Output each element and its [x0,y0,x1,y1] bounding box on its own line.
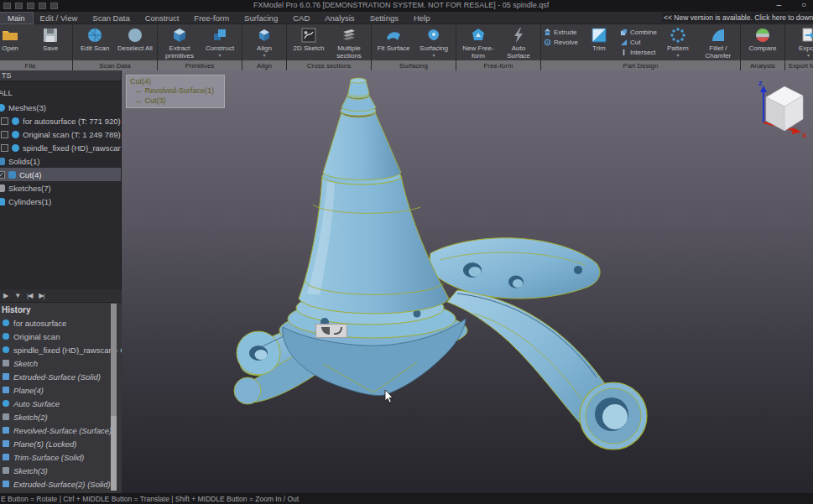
history-item[interactable]: Extruded-Surface(2) (Solid) [0,477,122,491]
history-item[interactable]: for autosurface [0,316,122,330]
history-title: History [0,303,122,316]
history-item[interactable]: Sketch [0,356,122,370]
group-label-part-design: Part Design [541,60,740,70]
chamfer-corner-option-icon[interactable] [334,327,342,335]
mesh-icon [3,333,9,340]
window-control-icon[interactable]: ○ [801,0,806,10]
quick-access-icon[interactable] [39,3,46,9]
tree-item-spindle-fixed-rawscan[interactable]: spindle_fixed (HD)_rawscan - Copy [0,141,121,154]
export-button[interactable]: Export ▾ [789,26,813,57]
extract-primitives-button[interactable]: Extract primitives [160,26,199,60]
mesh-icon [12,131,19,138]
auto-surface-icon [509,26,528,44]
minimize-button[interactable]: – [776,0,781,10]
edit-scan-button[interactable]: Edit Scan [76,26,114,53]
ribbon-toolbar: Open Save File Edit Scan Deselect All [0,24,813,70]
history-item[interactable]: Sketch(2) [0,410,122,423]
align-button[interactable]: Align ▾ [245,26,284,57]
tree-item-original-scan[interactable]: Original scan (T: 1 249 789) [0,127,121,141]
title-bar: FXModel Pro 6.0.76 [DEMONSTRATION SYSTEM… [0,0,813,12]
dropdown-caret-icon: ▾ [263,54,265,57]
trim-button[interactable]: Trim [580,26,618,53]
2d-sketch-button[interactable]: 2D Sketch [289,26,328,53]
visibility-checkbox[interactable] [1,117,8,125]
history-item[interactable]: spindle_fixed (HD)_rawscan - Copy [0,343,122,356]
construct-icon [211,26,229,44]
save-button[interactable]: Save [31,26,70,53]
tree-filter-all[interactable]: ALL [0,81,121,101]
fit-surface-icon [384,26,403,44]
deselect-all-button[interactable]: Deselect All [116,26,154,53]
tree-item-cut4[interactable]: ✓ Cut(4) [0,168,121,181]
menu-item-scan-data[interactable]: Scan Data [85,13,137,23]
history-filter-icon[interactable]: ▼ [14,292,20,299]
compare-button[interactable]: Compare [743,26,782,53]
surface-icon [3,400,9,407]
extrude-button[interactable]: Extrude [544,29,578,36]
visibility-checkbox-checked[interactable]: ✓ [0,171,5,179]
tree-item-solids[interactable]: Solids(1) [0,154,121,168]
history-item[interactable]: Extruded-Surface (Solid) [0,370,122,383]
revolve-button[interactable]: Revolve [544,39,578,46]
menu-item-settings[interactable]: Settings [362,13,406,23]
cut-button[interactable]: Cut [620,39,657,46]
save-icon [41,26,60,44]
history-scrollbar[interactable] [111,304,117,491]
surface-icon [3,427,9,434]
history-step-back-icon[interactable]: |◀ [27,292,32,299]
dropdown-caret-icon: ▾ [432,54,435,57]
history-item[interactable]: Revolved-Surface (Surface) [0,423,122,437]
multiple-sections-button[interactable]: Multiple sections [330,26,368,60]
quick-access-toolbar [0,3,58,9]
quick-access-icon[interactable] [15,3,23,9]
pattern-button[interactable]: Pattern ▾ [659,26,697,57]
history-item[interactable]: Trim-Surface (Solid) [0,450,122,464]
tree-item-cylinders[interactable]: Cylinders(1) [0,195,121,208]
construct-button[interactable]: Construct ▾ [201,26,239,57]
surfacing-button[interactable]: Surfacing ▾ [414,26,453,57]
history-item[interactable]: Plane(4) [0,383,122,397]
tree-item-for-autosurface[interactable]: for autosurface (T: 771 920) [0,114,121,127]
scrollbar-thumb[interactable] [111,304,117,416]
fillet-chamfer-button[interactable]: Fillet / Chamfer [699,26,737,60]
history-step-forward-icon[interactable]: ▶| [39,292,44,299]
round-corner-option-icon[interactable] [321,327,330,335]
fillet-chamfer-icon [709,26,727,44]
menu-item-edit-view[interactable]: Edit / View [33,13,86,23]
history-item[interactable]: Plane(5) (Locked) [0,437,122,450]
menu-item-main[interactable]: Main [0,13,33,23]
menu-item-cad[interactable]: CAD [285,13,317,23]
quick-access-icon[interactable] [3,3,11,9]
quick-access-icon[interactable] [50,3,58,9]
ribbon-group-cross-sections: 2D Sketch Multiple sections Cross sectio… [287,24,372,70]
intersect-button[interactable]: Intersect [620,49,657,56]
update-notification[interactable]: << New version is available. Click here … [662,13,813,23]
extract-primitives-icon [170,26,189,44]
quick-access-icon[interactable] [27,3,34,9]
plane-icon [3,440,9,447]
tree-item-sketches[interactable]: Sketches(7) [0,181,121,195]
open-button[interactable]: Open [0,26,29,53]
visibility-checkbox[interactable] [1,144,8,152]
combine-button[interactable]: Combine [620,29,657,36]
sketch-group-icon [0,184,5,192]
auto-surface-button[interactable]: Auto Surface [499,26,538,60]
menu-item-analysis[interactable]: Analysis [317,13,362,23]
visibility-checkbox[interactable] [1,131,8,138]
menu-item-help[interactable]: Help [406,13,438,23]
left-sidebar: TS ALL Meshes(3) for autosurface (T: 771… [0,70,122,493]
menu-item-free-form[interactable]: Free-form [186,13,237,23]
history-item[interactable]: Sketch(3) [0,464,122,477]
new-free-form-button[interactable]: New Free-form [459,26,498,60]
tree-item-meshes[interactable]: Meshes(3) [0,101,121,114]
3d-viewport[interactable]: Cut(4) ← Revolved-Surface(1) ← Cut(3) z … [122,70,813,493]
3d-model-canvas[interactable] [122,70,813,493]
menu-item-surfacing[interactable]: Surfacing [237,13,285,23]
history-item[interactable]: Original scan [0,330,122,343]
history-play-icon[interactable]: ▶ [3,292,8,299]
menu-item-construct[interactable]: Construct [138,13,187,23]
plane-icon [3,387,9,393]
history-item[interactable]: Auto Surface [0,397,122,410]
navigation-cube[interactable]: z x [749,75,808,139]
fit-surface-button[interactable]: Fit Surface [374,26,413,53]
